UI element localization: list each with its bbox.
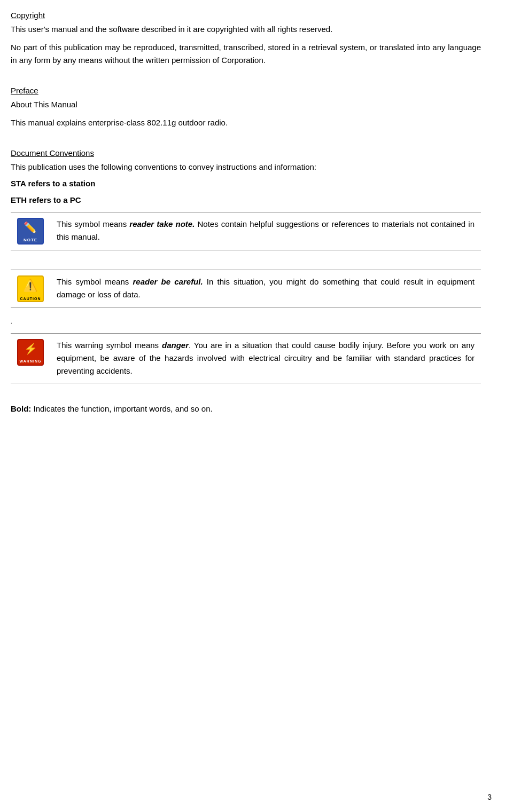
conventions-intro: This publication uses the following conv… (11, 161, 481, 174)
eth-heading: ETH refers to a PC (11, 195, 481, 204)
warning-convention-table: ⚡ WARNING This warning symbol means dang… (11, 333, 481, 383)
note-row: ✏️ NOTE This symbol means reader take no… (11, 212, 481, 250)
document-conventions-section: Document Conventions This publication us… (11, 148, 481, 415)
warning-icon-cell: ⚡ WARNING (11, 334, 50, 383)
warning-icon: ⚡ WARNING (17, 339, 44, 366)
preface-title: Preface (11, 86, 38, 95)
warning-row: ⚡ WARNING This warning symbol means dang… (11, 334, 481, 383)
caution-row: ⚠️ CAUTION This symbol means reader be c… (11, 270, 481, 308)
bold-note-text: Indicates the function, important words,… (31, 404, 212, 413)
page-number: 3 (487, 793, 492, 801)
caution-symbol: ⚠️ (23, 276, 37, 295)
caution-text-before: This symbol means (57, 277, 133, 286)
preface-subtitle: About This Manual (11, 98, 481, 111)
note-icon-cell: ✏️ NOTE (11, 212, 50, 250)
caution-icon-cell: ⚠️ CAUTION (11, 270, 50, 308)
note-text-before: This symbol means (57, 219, 129, 228)
warning-text-before: This warning symbol means (57, 341, 162, 350)
warning-symbol: ⚡ (24, 340, 37, 357)
copyright-section: Copyright This user's manual and the sof… (11, 11, 481, 67)
warning-bold-italic: danger (162, 341, 189, 350)
convention-table: ✏️ NOTE This symbol means reader take no… (11, 212, 481, 250)
period-after-caution: . (11, 319, 481, 325)
copyright-paragraph2: No part of this publication may be repro… (11, 41, 481, 67)
sta-heading: STA refers to a station (11, 179, 481, 188)
preface-description: This manual explains enterprise-class 80… (11, 116, 481, 129)
note-icon: ✏️ NOTE (17, 218, 44, 245)
copyright-title: Copyright (11, 11, 45, 20)
note-text-cell: This symbol means reader take note. Note… (50, 212, 481, 250)
preface-section: Preface About This Manual This manual ex… (11, 86, 481, 129)
warning-text-cell: This warning symbol means danger. You ar… (50, 334, 481, 383)
warning-label: WARNING (20, 358, 42, 364)
note-label: NOTE (24, 237, 37, 244)
bold-label: Bold: (11, 404, 31, 413)
caution-label: CAUTION (20, 296, 41, 302)
note-bold-italic: reader take note. (129, 219, 195, 228)
caution-text-cell: This symbol means reader be careful. In … (50, 270, 481, 308)
bold-note-paragraph: Bold: Indicates the function, important … (11, 403, 481, 415)
caution-icon: ⚠️ CAUTION (17, 275, 44, 302)
document-conventions-title: Document Conventions (11, 148, 94, 157)
caution-convention-table: ⚠️ CAUTION This symbol means reader be c… (11, 270, 481, 308)
pencil-symbol: ✏️ (24, 219, 37, 236)
caution-bold-italic: reader be careful. (133, 277, 203, 286)
copyright-paragraph1: This user's manual and the software desc… (11, 23, 481, 36)
